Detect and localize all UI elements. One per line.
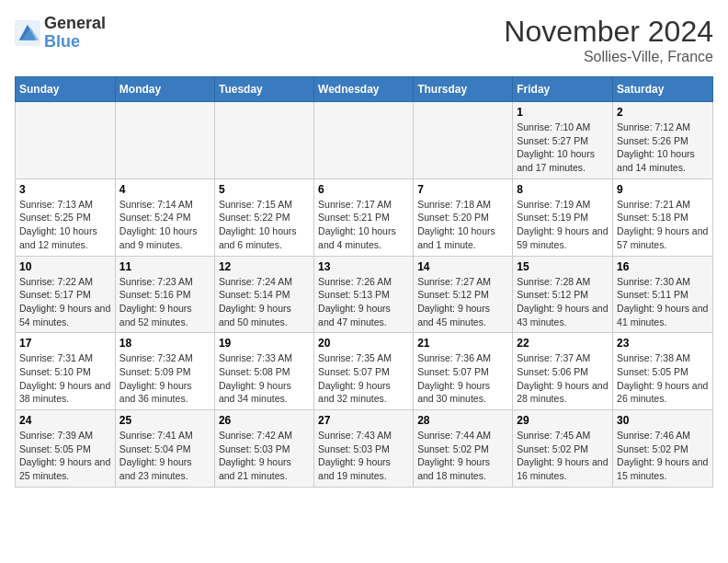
logo: General Blue (15, 15, 106, 52)
day-info: Sunrise: 7:28 AMSunset: 5:12 PMDaylight:… (517, 275, 609, 329)
calendar-cell: 19Sunrise: 7:33 AMSunset: 5:08 PMDayligh… (214, 333, 313, 410)
logo-text: General Blue (44, 15, 106, 52)
day-number: 23 (617, 337, 709, 350)
header-cell-thursday: Thursday (414, 77, 513, 102)
calendar-cell: 12Sunrise: 7:24 AMSunset: 5:14 PMDayligh… (214, 256, 313, 333)
day-number: 30 (617, 414, 709, 427)
calendar-body: 1Sunrise: 7:10 AMSunset: 5:27 PMDaylight… (16, 102, 713, 488)
day-number: 15 (517, 260, 609, 273)
day-number: 10 (19, 260, 111, 273)
day-number: 24 (19, 414, 111, 427)
calendar-week-3: 10Sunrise: 7:22 AMSunset: 5:17 PMDayligh… (16, 256, 713, 333)
day-info: Sunrise: 7:32 AMSunset: 5:09 PMDaylight:… (119, 351, 210, 406)
calendar-cell (414, 102, 513, 179)
calendar-header: SundayMondayTuesdayWednesdayThursdayFrid… (16, 77, 713, 102)
day-info: Sunrise: 7:26 AMSunset: 5:13 PMDaylight:… (318, 275, 409, 329)
day-info: Sunrise: 7:46 AMSunset: 5:02 PMDaylight:… (617, 429, 709, 483)
calendar-cell: 4Sunrise: 7:14 AMSunset: 5:24 PMDaylight… (115, 178, 214, 256)
day-info: Sunrise: 7:42 AMSunset: 5:03 PMDaylight:… (219, 429, 310, 483)
calendar-cell (214, 102, 313, 179)
day-number: 4 (119, 183, 210, 196)
header-row: SundayMondayTuesdayWednesdayThursdayFrid… (16, 77, 713, 102)
day-number: 21 (417, 337, 508, 350)
day-number: 20 (318, 337, 409, 350)
calendar-cell: 14Sunrise: 7:27 AMSunset: 5:12 PMDayligh… (414, 256, 513, 333)
day-info: Sunrise: 7:23 AMSunset: 5:16 PMDaylight:… (119, 275, 210, 329)
calendar-week-1: 1Sunrise: 7:10 AMSunset: 5:27 PMDaylight… (16, 102, 713, 179)
day-info: Sunrise: 7:21 AMSunset: 5:18 PMDaylight:… (617, 198, 709, 252)
calendar-cell: 18Sunrise: 7:32 AMSunset: 5:09 PMDayligh… (115, 333, 214, 410)
calendar-cell (115, 102, 214, 179)
day-info: Sunrise: 7:14 AMSunset: 5:24 PMDaylight:… (119, 198, 210, 252)
calendar-cell: 13Sunrise: 7:26 AMSunset: 5:13 PMDayligh… (314, 256, 414, 333)
day-info: Sunrise: 7:38 AMSunset: 5:05 PMDaylight:… (617, 351, 709, 406)
day-info: Sunrise: 7:19 AMSunset: 5:19 PMDaylight:… (517, 198, 609, 252)
day-number: 29 (517, 414, 609, 427)
calendar-table: SundayMondayTuesdayWednesdayThursdayFrid… (15, 76, 713, 488)
day-number: 1 (517, 106, 609, 119)
calendar-week-2: 3Sunrise: 7:13 AMSunset: 5:25 PMDaylight… (16, 178, 713, 256)
calendar-cell: 29Sunrise: 7:45 AMSunset: 5:02 PMDayligh… (513, 410, 613, 488)
day-number: 14 (417, 260, 508, 273)
calendar-cell: 2Sunrise: 7:12 AMSunset: 5:26 PMDaylight… (613, 102, 713, 179)
day-number: 28 (417, 414, 508, 427)
calendar-week-5: 24Sunrise: 7:39 AMSunset: 5:05 PMDayligh… (16, 410, 713, 488)
calendar-cell: 27Sunrise: 7:43 AMSunset: 5:03 PMDayligh… (314, 410, 414, 488)
day-number: 17 (19, 337, 111, 350)
page-title: November 2024 (504, 15, 713, 49)
day-info: Sunrise: 7:13 AMSunset: 5:25 PMDaylight:… (19, 198, 111, 252)
day-info: Sunrise: 7:36 AMSunset: 5:07 PMDaylight:… (417, 351, 508, 406)
page-subtitle: Sollies-Ville, France (504, 49, 713, 65)
day-number: 5 (219, 183, 310, 196)
day-info: Sunrise: 7:17 AMSunset: 5:21 PMDaylight:… (318, 198, 409, 252)
day-info: Sunrise: 7:45 AMSunset: 5:02 PMDaylight:… (517, 429, 609, 483)
calendar-cell (16, 102, 116, 179)
day-number: 18 (119, 337, 210, 350)
calendar-cell: 5Sunrise: 7:15 AMSunset: 5:22 PMDaylight… (214, 178, 313, 256)
day-info: Sunrise: 7:12 AMSunset: 5:26 PMDaylight:… (617, 121, 709, 175)
day-info: Sunrise: 7:44 AMSunset: 5:02 PMDaylight:… (417, 429, 508, 483)
day-info: Sunrise: 7:30 AMSunset: 5:11 PMDaylight:… (617, 275, 709, 329)
calendar-cell: 20Sunrise: 7:35 AMSunset: 5:07 PMDayligh… (314, 333, 414, 410)
header-cell-saturday: Saturday (613, 77, 713, 102)
day-number: 11 (119, 260, 210, 273)
day-info: Sunrise: 7:22 AMSunset: 5:17 PMDaylight:… (19, 275, 111, 329)
day-number: 12 (219, 260, 310, 273)
day-info: Sunrise: 7:18 AMSunset: 5:20 PMDaylight:… (417, 198, 508, 252)
day-number: 9 (617, 183, 709, 196)
calendar-cell: 28Sunrise: 7:44 AMSunset: 5:02 PMDayligh… (414, 410, 513, 488)
day-info: Sunrise: 7:31 AMSunset: 5:10 PMDaylight:… (19, 351, 111, 406)
day-number: 2 (617, 106, 709, 119)
day-number: 13 (318, 260, 409, 273)
calendar-cell: 6Sunrise: 7:17 AMSunset: 5:21 PMDaylight… (314, 178, 414, 256)
calendar-cell (314, 102, 414, 179)
calendar-cell: 22Sunrise: 7:37 AMSunset: 5:06 PMDayligh… (513, 333, 613, 410)
day-info: Sunrise: 7:27 AMSunset: 5:12 PMDaylight:… (417, 275, 508, 329)
calendar-cell: 15Sunrise: 7:28 AMSunset: 5:12 PMDayligh… (513, 256, 613, 333)
header-cell-sunday: Sunday (16, 77, 116, 102)
calendar-cell: 23Sunrise: 7:38 AMSunset: 5:05 PMDayligh… (613, 333, 713, 410)
calendar-cell: 1Sunrise: 7:10 AMSunset: 5:27 PMDaylight… (513, 102, 613, 179)
day-info: Sunrise: 7:35 AMSunset: 5:07 PMDaylight:… (318, 351, 409, 406)
day-info: Sunrise: 7:24 AMSunset: 5:14 PMDaylight:… (219, 275, 310, 329)
header-cell-friday: Friday (513, 77, 613, 102)
day-info: Sunrise: 7:41 AMSunset: 5:04 PMDaylight:… (119, 429, 210, 483)
calendar-cell: 10Sunrise: 7:22 AMSunset: 5:17 PMDayligh… (16, 256, 116, 333)
calendar-cell: 21Sunrise: 7:36 AMSunset: 5:07 PMDayligh… (414, 333, 513, 410)
calendar-cell: 17Sunrise: 7:31 AMSunset: 5:10 PMDayligh… (16, 333, 116, 410)
day-info: Sunrise: 7:37 AMSunset: 5:06 PMDaylight:… (517, 351, 609, 406)
calendar-cell: 7Sunrise: 7:18 AMSunset: 5:20 PMDaylight… (414, 178, 513, 256)
day-number: 19 (219, 337, 310, 350)
calendar-cell: 3Sunrise: 7:13 AMSunset: 5:25 PMDaylight… (16, 178, 116, 256)
day-info: Sunrise: 7:39 AMSunset: 5:05 PMDaylight:… (19, 429, 111, 483)
day-number: 25 (119, 414, 210, 427)
day-number: 3 (19, 183, 111, 196)
calendar-cell: 11Sunrise: 7:23 AMSunset: 5:16 PMDayligh… (115, 256, 214, 333)
day-number: 7 (417, 183, 508, 196)
calendar-cell: 25Sunrise: 7:41 AMSunset: 5:04 PMDayligh… (115, 410, 214, 488)
calendar-cell: 24Sunrise: 7:39 AMSunset: 5:05 PMDayligh… (16, 410, 116, 488)
day-number: 16 (617, 260, 709, 273)
calendar-week-4: 17Sunrise: 7:31 AMSunset: 5:10 PMDayligh… (16, 333, 713, 410)
day-info: Sunrise: 7:43 AMSunset: 5:03 PMDaylight:… (318, 429, 409, 483)
logo-general: General (44, 15, 106, 33)
